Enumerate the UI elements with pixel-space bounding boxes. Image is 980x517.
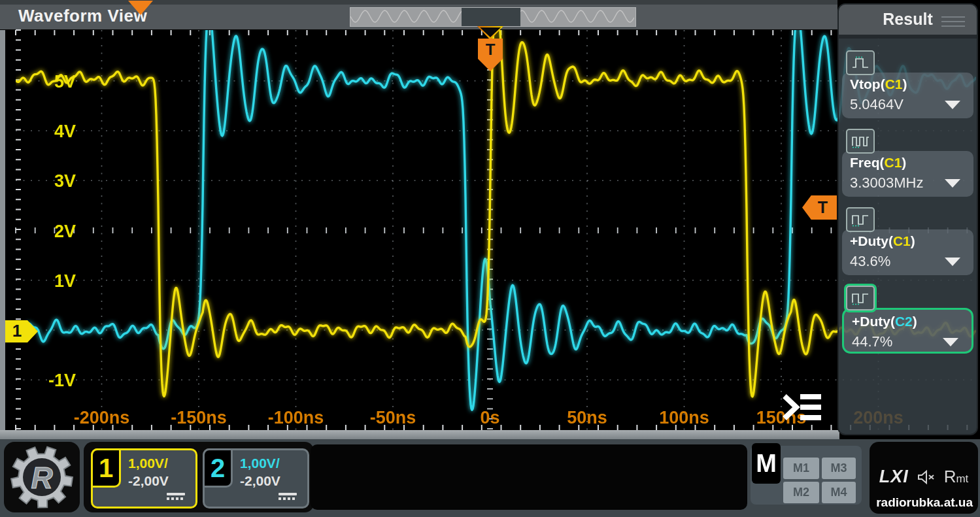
chevron-down-icon[interactable] [945, 101, 960, 109]
dc-coupling-icon [167, 493, 185, 500]
measurement-label: +Duty(C1) [850, 233, 966, 250]
channel1-badge: 1 [91, 448, 121, 488]
svg-text:R: R [31, 461, 52, 495]
duty-pulse-icon [846, 286, 875, 310]
channel1-offset: -2,00V [128, 472, 169, 490]
channel2-offset: -2,00V [240, 472, 280, 490]
oscilloscope-screen: { "window": { "title": "Waveform View" }… [0, 0, 980, 517]
freq-pulses-icon [846, 129, 875, 154]
chevron-menu-icon [781, 390, 824, 424]
measurement-card-duty-c2[interactable]: +Duty(C2) 44.7% [842, 286, 973, 354]
measurement-card-freq[interactable]: Freq(C1) 3.3003MHz [842, 129, 973, 197]
channel2-scale: 1,00V/ [240, 454, 280, 472]
speaker-muted-icon[interactable] [917, 469, 936, 486]
math-m1-button[interactable]: M1 [783, 458, 819, 479]
measurement-label: +Duty(C2) [852, 313, 964, 330]
math-m4-button[interactable]: M4 [822, 482, 856, 503]
chevron-down-icon[interactable] [943, 338, 958, 346]
channel1-scale: 1,00V/ [128, 454, 169, 472]
remote-mode-status: Rmt [944, 467, 969, 487]
channel1-settings-button[interactable]: 1 1,00V/ -2,00V [91, 448, 197, 509]
channel2-badge: 2 [203, 448, 233, 488]
gear-logo-icon: R [9, 444, 75, 510]
result-panel-header[interactable]: Result [839, 5, 977, 39]
hamburger-menu-icon[interactable] [941, 13, 965, 30]
measurement-label: Vtop(C1) [850, 76, 966, 93]
math-m3-button[interactable]: M3 [822, 458, 856, 479]
channel-settings-container: 1 1,00V/ -2,00V 2 1,00V/ -2,00V [84, 442, 314, 512]
page-title: Waveform View [18, 6, 147, 26]
watermark-text: radiorubka.at.ua [876, 495, 973, 510]
math-channels-group: M M1 M3 M2 M4 [751, 446, 862, 505]
preview-zoom-window[interactable] [462, 8, 520, 26]
status-bar: R 1 1,00V/ -2,00V 2 1,00V/ -2,00V M M1 M… [0, 439, 980, 517]
brand-logo[interactable]: R [4, 442, 80, 512]
channel2-settings-button[interactable]: 2 1,00V/ -2,00V [203, 448, 309, 509]
measurement-label: Freq(C1) [850, 154, 966, 171]
math-m2-button[interactable]: M2 [783, 482, 819, 503]
chevron-down-icon[interactable] [945, 258, 960, 266]
expand-menu-button[interactable] [781, 390, 824, 427]
math-button[interactable]: M [752, 443, 781, 484]
measurement-value: 43.6% [850, 253, 890, 270]
chevron-down-icon[interactable] [945, 179, 960, 188]
measurement-value: 5.0464V [850, 96, 904, 113]
result-panel: Result Vtop(C1) 5.0464V Freq(C1) [837, 3, 978, 435]
remote-status-box: LXI Rmt radiorubka.at.ua [870, 442, 978, 514]
duty-pulse-icon [846, 207, 875, 232]
measurement-value: 44.7% [852, 333, 892, 350]
dc-coupling-icon [279, 493, 297, 500]
timebase-preview-bar[interactable] [350, 7, 636, 27]
measurement-card-duty-c1[interactable]: +Duty(C1) 43.6% [842, 207, 973, 275]
measurement-value: 3.3003MHz [850, 175, 924, 192]
lxi-status: LXI [879, 467, 909, 487]
message-area [311, 444, 747, 510]
vtop-pulse-icon [846, 50, 875, 75]
measurement-card-vtop[interactable]: Vtop(C1) 5.0464V [842, 50, 973, 118]
measurement-list: Vtop(C1) 5.0464V Freq(C1) 3.3003MHz [842, 40, 973, 354]
graticule-footer-divider [0, 430, 839, 439]
